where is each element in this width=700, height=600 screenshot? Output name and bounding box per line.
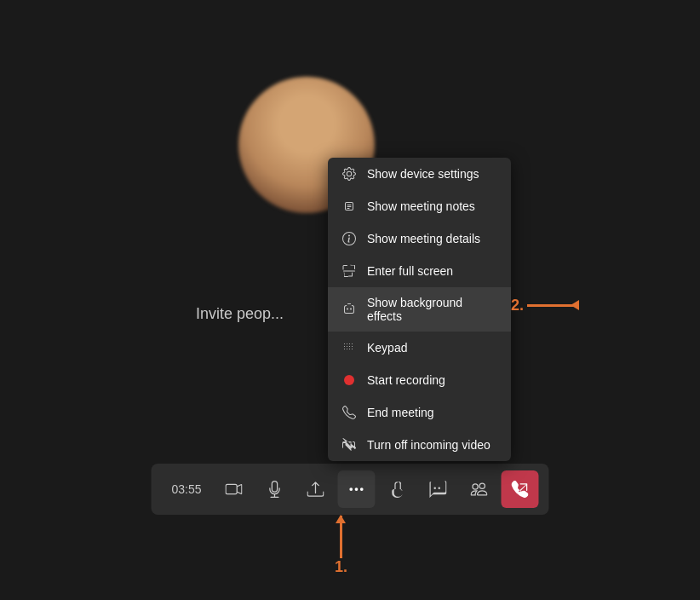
annotation-1: 1. — [335, 516, 347, 576]
more-options-button[interactable] — [338, 470, 376, 508]
svg-point-0 — [344, 375, 354, 385]
menu-item-background-effects[interactable]: Show background effects — [328, 287, 511, 332]
menu-label-meeting-notes: Show meeting notes — [367, 199, 475, 213]
share-button[interactable] — [297, 470, 335, 508]
end-meeting-icon — [341, 405, 357, 420]
mic-button[interactable] — [256, 470, 294, 508]
toolbar: 03:55 — [151, 464, 548, 515]
end-call-button[interactable] — [502, 470, 539, 508]
menu-item-full-screen[interactable]: Enter full screen — [328, 255, 511, 287]
context-menu: Show device settings Show meeting notes … — [328, 158, 511, 461]
gear-icon — [341, 166, 357, 182]
menu-item-incoming-video[interactable]: Turn off incoming video — [328, 429, 511, 461]
menu-item-device-settings[interactable]: Show device settings — [328, 158, 511, 190]
annotation-1-label: 1. — [335, 558, 347, 576]
chat-button[interactable] — [420, 470, 457, 508]
timer: 03:55 — [161, 482, 211, 496]
menu-item-meeting-notes[interactable]: Show meeting notes — [328, 190, 511, 222]
record-icon — [341, 372, 357, 388]
background-effects-icon — [341, 302, 357, 317]
annotation-2-arrow — [527, 304, 578, 307]
keypad-icon — [341, 340, 357, 355]
fullscreen-icon — [341, 263, 357, 279]
menu-item-meeting-details[interactable]: Show meeting details — [328, 222, 511, 255]
menu-label-end-meeting: End meeting — [367, 406, 434, 419]
menu-label-device-settings: Show device settings — [367, 167, 479, 181]
menu-label-full-screen: Enter full screen — [367, 264, 453, 278]
annotation-2-label: 2. — [511, 297, 524, 314]
menu-label-start-recording: Start recording — [367, 373, 445, 387]
raise-hand-button[interactable] — [379, 470, 416, 508]
menu-label-incoming-video: Turn off incoming video — [367, 438, 491, 452]
participants-button[interactable] — [461, 470, 498, 508]
annotation-2: 2. — [511, 297, 578, 314]
info-icon — [341, 231, 357, 246]
menu-item-keypad[interactable]: Keypad — [328, 332, 511, 364]
notes-icon — [341, 199, 357, 214]
menu-label-background-effects: Show background effects — [367, 296, 497, 323]
menu-label-keypad: Keypad — [367, 341, 407, 355]
menu-item-end-meeting[interactable]: End meeting — [328, 396, 511, 429]
annotation-1-arrow — [340, 516, 342, 558]
menu-item-start-recording[interactable]: Start recording — [328, 364, 511, 396]
video-button[interactable] — [215, 470, 253, 508]
video-off-icon — [341, 437, 357, 453]
invite-text: Invite peop... — [196, 305, 284, 323]
menu-label-meeting-details: Show meeting details — [367, 232, 480, 245]
